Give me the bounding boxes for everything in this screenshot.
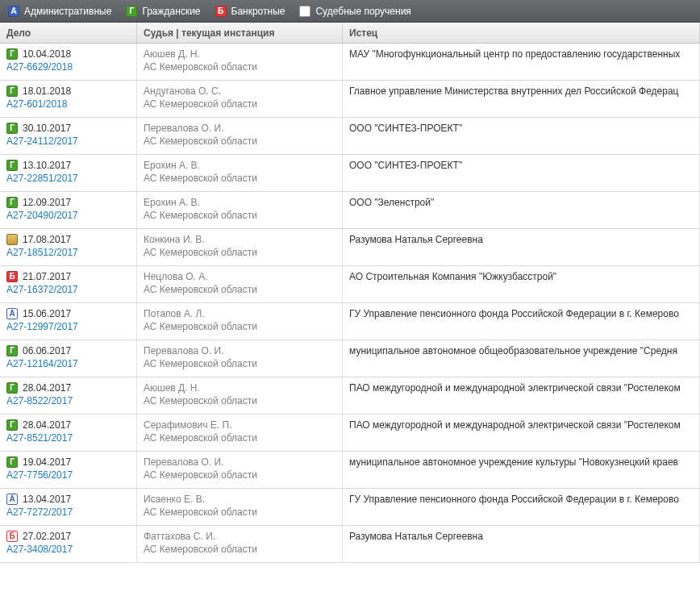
- court-name: АС Кемеровской области: [144, 506, 335, 518]
- case-date: 15.06.2017: [23, 308, 71, 319]
- case-number-link[interactable]: А27-7272/2017: [6, 506, 73, 518]
- case-date: 12.09.2017: [23, 197, 71, 208]
- cell-plaintiff: Разумова Наталья Сергеевна: [343, 526, 700, 562]
- cell-judge: Исаенко Е. В.АС Кемеровской области: [137, 489, 343, 525]
- table-row[interactable]: Г28.04.2017А27-8522/2017Аюшев Д. Н.АС Ке…: [0, 377, 700, 415]
- civil-case-icon: Г: [6, 345, 18, 356]
- table-row[interactable]: А13.04.2017А27-7272/2017Исаенко Е. В.АС …: [0, 489, 700, 526]
- legend-assignments-label: Судебные поручения: [315, 6, 410, 17]
- civil-case-icon: Г: [6, 382, 18, 394]
- table-row[interactable]: Г06.06.2017А27-12164/2017Перевалова О. И…: [0, 340, 700, 377]
- cell-case: Б27.02.2017А27-3408/2017: [0, 526, 137, 562]
- court-name: АС Кемеровской области: [144, 544, 335, 555]
- civil-case-icon: Г: [6, 197, 18, 208]
- case-date: 28.04.2017: [23, 382, 71, 394]
- column-case[interactable]: Дело: [0, 23, 137, 43]
- judge-name: Фаттахова С. И.: [144, 531, 335, 542]
- legend-admin[interactable]: А Административные: [8, 6, 111, 17]
- cell-case: Г28.04.2017А27-8522/2017: [0, 377, 137, 414]
- cell-judge: Нецлова О. А.АС Кемеровской области: [137, 266, 343, 302]
- case-number-link[interactable]: А27-20490/2017: [6, 210, 78, 221]
- case-number-link[interactable]: А27-3408/2017: [6, 544, 73, 555]
- judge-name: Нецлова О. А.: [144, 271, 335, 282]
- legend-assignments[interactable]: Судебные поручения: [299, 6, 410, 17]
- court-name: АС Кемеровской области: [144, 432, 335, 444]
- case-type-legend: А Административные Г Гражданские Б Банкр…: [0, 0, 700, 23]
- table-row[interactable]: 17.08.2017А27-18512/2017Конкина И. В.АС …: [0, 229, 700, 266]
- case-date: 13.04.2017: [23, 494, 71, 505]
- table-row[interactable]: Г12.09.2017А27-20490/2017Ерохин А. В.АС …: [0, 192, 700, 229]
- case-number-link[interactable]: А27-12164/2017: [6, 358, 78, 369]
- table-row[interactable]: А15.06.2017А27-12997/2017Потапов А. Л.АС…: [0, 303, 700, 340]
- cell-judge: Серафимович Е. П.АС Кемеровской области: [137, 415, 343, 451]
- civil-case-icon: Г: [6, 85, 18, 97]
- table-row[interactable]: Г30.10.2017А27-24112/2017Перевалова О. И…: [0, 118, 700, 155]
- cell-plaintiff: ПАО междугородной и международной электр…: [343, 415, 700, 451]
- judge-name: Потапов А. Л.: [144, 308, 335, 319]
- cell-case: Г19.04.2017А27-7756/2017: [0, 452, 137, 488]
- table-row[interactable]: Б21.07.2017А27-16372/2017Нецлова О. А.АС…: [0, 266, 700, 303]
- case-number-link[interactable]: А27-24112/2017: [6, 135, 78, 147]
- judge-name: Перевалова О. И.: [144, 456, 335, 468]
- table-row[interactable]: Г19.04.2017А27-7756/2017Перевалова О. И.…: [0, 452, 700, 489]
- column-plaintiff[interactable]: Истец: [343, 23, 700, 43]
- archived-case-icon: [6, 234, 18, 245]
- civil-case-icon: Г: [6, 160, 18, 171]
- cell-plaintiff: МАУ "Многофункциональный центр по предос…: [343, 44, 700, 80]
- bankruptcy-case-icon: Б: [6, 271, 18, 282]
- case-date: 06.06.2017: [23, 345, 71, 356]
- case-date: 27.02.2017: [23, 531, 71, 542]
- cell-judge: Перевалова О. И.АС Кемеровской области: [137, 118, 343, 154]
- court-name: АС Кемеровской области: [144, 284, 335, 295]
- court-name: АС Кемеровской области: [144, 173, 335, 184]
- case-number-link[interactable]: А27-601/2018: [6, 98, 67, 110]
- cell-judge: Ерохин А. В.АС Кемеровской области: [137, 192, 343, 228]
- case-number-link[interactable]: А27-12997/2017: [6, 321, 78, 332]
- cell-case: Г06.06.2017А27-12164/2017: [0, 340, 137, 377]
- court-name: АС Кемеровской области: [144, 469, 335, 481]
- cell-case: Б21.07.2017А27-16372/2017: [0, 266, 137, 302]
- legend-bankruptcy-label: Банкротные: [231, 6, 285, 17]
- case-number-link[interactable]: А27-7756/2017: [6, 469, 73, 481]
- table-row[interactable]: Г13.10.2017А27-22851/2017Ерохин А. В.АС …: [0, 155, 700, 192]
- court-name: АС Кемеровской области: [144, 395, 335, 406]
- civil-case-icon: Г: [6, 419, 18, 431]
- bankruptcy-case-icon: Б: [215, 6, 227, 17]
- judge-name: Исаенко Е. В.: [144, 494, 335, 505]
- cell-judge: Конкина И. В.АС Кемеровской области: [137, 229, 343, 265]
- case-number-link[interactable]: А27-8522/2017: [6, 395, 73, 406]
- admin-case-outline-icon: А: [6, 308, 18, 319]
- case-date: 18.01.2018: [23, 85, 71, 97]
- case-date: 10.04.2018: [23, 48, 71, 60]
- judge-name: Аюшев Д. Н.: [144, 48, 335, 60]
- cell-case: Г30.10.2017А27-24112/2017: [0, 118, 137, 154]
- cell-plaintiff: муниципальное автономное общеобразовател…: [343, 340, 700, 377]
- case-number-link[interactable]: А27-16372/2017: [6, 284, 78, 295]
- case-number-link[interactable]: А27-6629/2018: [6, 61, 73, 73]
- case-date: 19.04.2017: [23, 456, 71, 468]
- table-row[interactable]: Г10.04.2018А27-6629/2018Аюшев Д. Н.АС Ке…: [0, 44, 700, 81]
- case-number-link[interactable]: А27-18512/2017: [6, 247, 78, 258]
- civil-case-icon: Г: [6, 48, 18, 60]
- case-number-link[interactable]: А27-22851/2017: [6, 173, 78, 184]
- judge-name: Андуганова О. С.: [144, 85, 335, 97]
- case-date: 30.10.2017: [23, 123, 71, 134]
- table-header: Дело Судья | текущая инстанция Истец: [0, 23, 700, 44]
- legend-civil[interactable]: Г Гражданские: [126, 6, 200, 17]
- table-row[interactable]: Г18.01.2018А27-601/2018Андуганова О. С.А…: [0, 81, 700, 118]
- table-row[interactable]: Б27.02.2017А27-3408/2017Фаттахова С. И.А…: [0, 526, 700, 563]
- court-name: АС Кемеровской области: [144, 135, 335, 147]
- cell-judge: Потапов А. Л.АС Кемеровской области: [137, 303, 343, 340]
- judge-name: Ерохин А. В.: [144, 197, 335, 208]
- column-judge[interactable]: Судья | текущая инстанция: [137, 23, 343, 43]
- judge-name: Серафимович Е. П.: [144, 419, 335, 431]
- cell-plaintiff: ООО "СИНТЕЗ-ПРОЕКТ": [343, 155, 700, 191]
- legend-bankruptcy[interactable]: Б Банкротные: [215, 6, 285, 17]
- court-name: АС Кемеровской области: [144, 358, 335, 369]
- cell-case: Г28.04.2017А27-8521/2017: [0, 415, 137, 451]
- court-name: АС Кемеровской области: [144, 61, 335, 73]
- cell-plaintiff: муниципальное автономное учреждение куль…: [343, 452, 700, 488]
- case-number-link[interactable]: А27-8521/2017: [6, 432, 73, 444]
- civil-case-icon: Г: [6, 123, 18, 134]
- table-row[interactable]: Г28.04.2017А27-8521/2017Серафимович Е. П…: [0, 415, 700, 452]
